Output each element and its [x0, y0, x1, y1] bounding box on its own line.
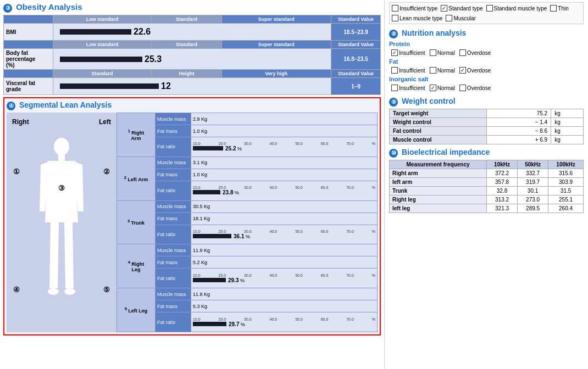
seg-row-left-arm-ratio: Fat ratio 10.020.030.040.050.060.070.0% …: [117, 181, 378, 200]
bmi-header-row: Low standard Standard Super standard Sta…: [4, 15, 381, 24]
bio-header-100khz: 100kHz: [548, 160, 584, 169]
vfg-row: Visceral fatgrade 12 1–9: [4, 78, 381, 95]
bio-row-left-leg: left leg 321.3 289.5 260.4: [390, 204, 584, 213]
cb-protein-insufficient[interactable]: [391, 49, 398, 56]
cb-insufficient-type[interactable]: [392, 5, 398, 12]
checkbox-lean-muscle[interactable]: Lean muscle type: [392, 15, 442, 21]
obesity-analysis-section: ③ Obesity Analysis Low standard Standard…: [3, 2, 381, 95]
cb-standard-muscle-type[interactable]: [486, 5, 493, 12]
bio-section-num: ⑩: [389, 149, 398, 158]
bio-trunk-label: Trunk: [390, 187, 487, 195]
bfp-row: Body fatpercentage(%) 25.3 16.8–23.5: [4, 49, 381, 70]
checkbox-muscular[interactable]: Muscular: [446, 15, 476, 21]
left-label: Left: [99, 118, 111, 126]
salt-overdose[interactable]: Overdose: [459, 85, 491, 91]
left-leg-muscle-label: Muscle mass: [156, 288, 191, 300]
cb-muscular[interactable]: [446, 15, 452, 21]
cb-salt-overdose[interactable]: [459, 85, 466, 91]
fat-overdose[interactable]: Overdose: [459, 67, 491, 74]
inorganic-salt-group: Inorganic salt Insufficient Normal Overd…: [389, 76, 584, 92]
seg-row-right-leg-fat: Fat mass 5.2 Kg: [117, 256, 378, 269]
nutrition-section: ⑧ Nutrition analysis Protein Insufficien…: [389, 29, 584, 92]
seg-row-right-arm-ratio: Fat ratio 10.020.030.040.050.060.070.0% …: [117, 137, 378, 157]
fat-overdose-label: Overdose: [467, 68, 491, 74]
cb-lean-muscle[interactable]: [392, 15, 398, 21]
seg-row-trunk-ratio: Fat ratio 10.020.030.040.050.060.070.0% …: [117, 225, 378, 244]
cb-fat-overdose[interactable]: [459, 67, 466, 74]
right-arm-muscle-value: 2.9 Kg: [191, 113, 378, 125]
weight-control-title: ⑨ Weight control: [389, 97, 584, 107]
bmi-label: BMI: [4, 24, 53, 41]
cb-thin[interactable]: [550, 5, 557, 12]
left-arm-muscle-value: 3.1 Kg: [191, 156, 378, 169]
cb-salt-insufficient[interactable]: [391, 85, 398, 91]
seg-row-left-arm-muscle: 2 Left Arm Muscle mass 3.1 Kg: [117, 156, 378, 169]
segmental-inner: Right Left: [7, 113, 378, 332]
fat-group: Fat Insufficient Normal Overdose: [389, 58, 584, 75]
bio-row-right-arm: Right arm 372.2 332.7 315.6: [390, 169, 584, 178]
protein-normal-label: Normal: [437, 50, 455, 56]
right-panel: Insufficient type Standard type Standard…: [385, 0, 588, 369]
num-1: ①: [13, 167, 20, 176]
num-3: ③: [58, 184, 65, 192]
fat-insufficient[interactable]: Insufficient: [391, 67, 425, 74]
salt-normal[interactable]: Normal: [430, 85, 455, 91]
target-weight-unit: kg: [551, 109, 584, 118]
wc-row-weight: Weight control − 1.4 kg: [390, 118, 584, 127]
bio-header-freq: Measurement frequency: [390, 160, 487, 169]
protein-insufficient[interactable]: Insufficient: [391, 49, 425, 56]
checkbox-insufficient-type[interactable]: Insufficient type: [392, 5, 437, 12]
checkbox-thin[interactable]: Thin: [550, 5, 568, 12]
cb-fat-normal[interactable]: [430, 67, 436, 74]
seg-row-left-leg-fat: Fat mass 5.3 Kg: [117, 300, 378, 312]
segmental-data-table: 1 RightArm Muscle mass 2.9 Kg Fat mass 1…: [117, 113, 378, 332]
left-arm-ratio-label: Fat ratio: [156, 181, 191, 200]
bio-header-50khz: 50kHz: [518, 160, 548, 169]
right-arm-ratio-bar: 10.020.030.040.050.060.070.0% 25.2 %: [191, 137, 378, 157]
inorganic-salt-label: Inorganic salt: [389, 76, 584, 82]
right-arm-ratio-label: Fat ratio: [156, 137, 191, 157]
checkbox-standard-muscle-type[interactable]: Standard muscle type: [486, 5, 547, 12]
bfp-std-value: 16.8–23.5: [331, 49, 381, 70]
vfg-label: Visceral fatgrade: [4, 78, 53, 95]
fat-insufficient-label: Insufficient: [399, 68, 425, 74]
salt-insufficient[interactable]: Insufficient: [391, 85, 425, 91]
protein-overdose[interactable]: Overdose: [459, 49, 491, 56]
left-leg-fat-value: 5.3 Kg: [191, 300, 378, 312]
cb-protein-overdose[interactable]: [459, 49, 466, 56]
cb-fat-insufficient[interactable]: [391, 67, 398, 74]
bio-left-arm-10: 357.8: [487, 178, 518, 187]
obesity-section-num: ③: [3, 4, 12, 13]
nutrition-title: ⑧ Nutrition analysis: [389, 29, 584, 38]
cb-protein-normal[interactable]: [430, 49, 436, 56]
checkbox-standard-type[interactable]: Standard type: [441, 5, 482, 12]
salt-overdose-label: Overdose: [467, 85, 491, 91]
bio-left-arm-100: 303.9: [548, 178, 584, 187]
bio-header-10khz: 10kHz: [487, 160, 518, 169]
left-arm-muscle-label: Muscle mass: [156, 156, 191, 169]
salt-normal-label: Normal: [437, 85, 455, 91]
bio-right-leg-label: Right leg: [390, 195, 487, 204]
num-5: ⑤: [103, 286, 110, 294]
cb-standard-muscle-type-label: Standard muscle type: [494, 5, 547, 12]
weight-control-label: Weight control: [390, 118, 487, 127]
cb-standard-type-label: Standard type: [448, 5, 482, 12]
cb-insufficient-type-label: Insufficient type: [400, 5, 437, 12]
vfg-bar: [60, 83, 159, 89]
right-leg-muscle-value: 11.9 Kg: [191, 244, 378, 256]
cb-salt-normal[interactable]: [430, 85, 436, 91]
protein-normal[interactable]: Normal: [430, 49, 455, 56]
vfg-std-value: 1–9: [331, 78, 381, 95]
bfp-header-row: Low standard Standard Super standard Sta…: [4, 41, 381, 49]
fat-normal[interactable]: Normal: [430, 67, 455, 74]
bio-left-leg-50: 289.5: [518, 204, 548, 213]
bmi-bar-cell: 22.6: [53, 24, 331, 41]
bio-trunk-10: 32.8: [487, 187, 518, 195]
right-leg-ratio-bar: 10.020.030.040.050.060.070.0% 29.3 %: [191, 269, 378, 288]
bfp-bar: [60, 57, 142, 62]
body-figure: Right Left: [7, 113, 117, 332]
bio-right-arm-label: Right arm: [390, 169, 487, 178]
cb-standard-type[interactable]: [441, 5, 447, 12]
left-leg-label: 5 Left Leg: [117, 288, 156, 332]
seg-row-left-arm-fat: Fat mass 1.0 Kg: [117, 169, 378, 181]
